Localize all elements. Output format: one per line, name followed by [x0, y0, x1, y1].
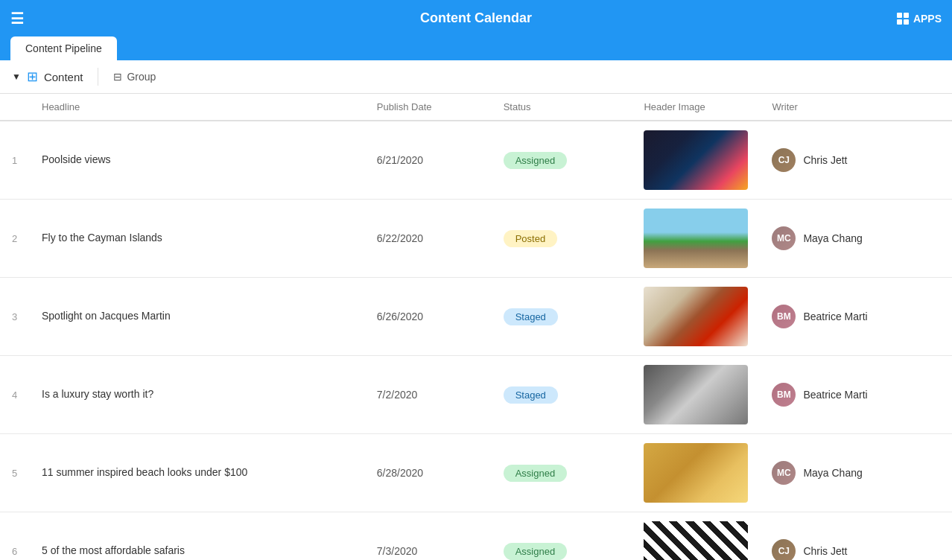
avatar: CJ [772, 539, 796, 560]
avatar: BM [772, 383, 796, 407]
status-badge: Assigned [504, 543, 567, 560]
toolbar: ▼ ⊞ Content ⊟ Group [0, 60, 952, 94]
content-toggle[interactable]: ▼ ⊞ Content [12, 69, 83, 85]
writer-name: Chris Jett [803, 154, 847, 166]
writer-name: Maya Chang [803, 232, 862, 244]
row-writer: CJ Chris Jett [760, 121, 952, 200]
col-status: Status [492, 94, 632, 121]
row-index: 6 [0, 512, 30, 561]
hamburger-menu-icon[interactable]: ☰ [10, 10, 24, 28]
col-index [0, 94, 30, 121]
row-publish-date: 7/3/2020 [365, 512, 492, 561]
toolbar-divider [98, 68, 98, 86]
row-status: Assigned [492, 434, 632, 512]
table-row[interactable]: 5 11 summer inspired beach looks under $… [0, 434, 952, 512]
writer-cell: BM Beatrice Marti [772, 305, 940, 328]
row-header-image [632, 356, 760, 434]
writer-name: Maya Chang [803, 467, 862, 479]
row-index: 4 [0, 356, 30, 434]
status-badge: Staged [504, 386, 558, 404]
content-label: Content [44, 71, 83, 83]
content-table: Headline Publish Date Status Header Imag… [0, 94, 952, 560]
writer-cell: MC Maya Chang [772, 461, 940, 485]
row-status: Assigned [492, 121, 632, 200]
chevron-down-icon: ▼ [12, 71, 21, 82]
group-label: Group [127, 71, 156, 83]
row-headline: Fly to the Cayman Islands [30, 200, 365, 278]
avatar: CJ [772, 148, 796, 172]
row-header-image [632, 278, 760, 356]
col-publish-date: Publish Date [365, 94, 492, 121]
row-header-image [632, 121, 760, 200]
table-header-row: Headline Publish Date Status Header Imag… [0, 94, 952, 121]
row-publish-date: 6/26/2020 [365, 278, 492, 356]
top-header: ☰ Content Calendar APPS [0, 0, 952, 36]
avatar: MC [772, 461, 796, 485]
writer-cell: CJ Chris Jett [772, 539, 940, 560]
row-publish-date: 7/2/2020 [365, 356, 492, 434]
writer-name: Chris Jett [803, 545, 847, 557]
row-writer: MC Maya Chang [760, 200, 952, 278]
row-publish-date: 6/21/2020 [365, 121, 492, 200]
row-index: 2 [0, 200, 30, 278]
header-image-thumbnail [644, 130, 748, 190]
row-headline: 5 of the most affordable safaris [30, 512, 365, 561]
row-index: 5 [0, 434, 30, 512]
table-row[interactable]: 6 5 of the most affordable safaris 7/3/2… [0, 512, 952, 561]
row-writer: CJ Chris Jett [760, 512, 952, 561]
row-writer: MC Maya Chang [760, 434, 952, 512]
header-image-thumbnail [644, 521, 748, 560]
col-header-image: Header Image [632, 94, 760, 121]
grid-view-icon: ⊞ [27, 69, 38, 85]
table-row[interactable]: 1 Poolside views 6/21/2020 Assigned CJ C… [0, 121, 952, 200]
table-row[interactable]: 4 Is a luxury stay worth it? 7/2/2020 St… [0, 356, 952, 434]
status-badge: Assigned [504, 465, 567, 482]
row-headline: Spotlight on Jacques Martin [30, 278, 365, 356]
writer-cell: CJ Chris Jett [772, 148, 940, 172]
header-image-thumbnail [644, 443, 748, 503]
apps-grid-icon [897, 13, 909, 25]
apps-button[interactable]: APPS [897, 13, 942, 25]
row-headline: Poolside views [30, 121, 365, 200]
group-button[interactable]: ⊟ Group [113, 71, 156, 83]
row-status: Staged [492, 356, 632, 434]
row-status: Posted [492, 200, 632, 278]
row-header-image [632, 512, 760, 561]
app-title: Content Calendar [420, 10, 532, 25]
row-headline: Is a luxury stay worth it? [30, 356, 365, 434]
writer-name: Beatrice Marti [803, 311, 867, 322]
group-icon: ⊟ [113, 71, 122, 83]
writer-cell: MC Maya Chang [772, 226, 940, 250]
col-writer: Writer [760, 94, 952, 121]
avatar: BM [772, 305, 796, 328]
status-badge: Assigned [504, 152, 567, 169]
table-row[interactable]: 2 Fly to the Cayman Islands 6/22/2020 Po… [0, 200, 952, 278]
tab-content-pipeline[interactable]: Content Pipeline [10, 36, 117, 60]
row-publish-date: 6/28/2020 [365, 434, 492, 512]
row-header-image [632, 200, 760, 278]
row-header-image [632, 434, 760, 512]
header-image-thumbnail [644, 209, 748, 268]
tab-bar: Content Pipeline [0, 36, 952, 60]
header-image-thumbnail [644, 365, 748, 424]
status-badge: Posted [504, 230, 557, 247]
row-status: Staged [492, 278, 632, 356]
col-headline: Headline [30, 94, 365, 121]
row-writer: BM Beatrice Marti [760, 356, 952, 434]
avatar: MC [772, 226, 796, 250]
row-headline: 11 summer inspired beach looks under $10… [30, 434, 365, 512]
row-publish-date: 6/22/2020 [365, 200, 492, 278]
table-row[interactable]: 3 Spotlight on Jacques Martin 6/26/2020 … [0, 278, 952, 356]
row-index: 1 [0, 121, 30, 200]
row-writer: BM Beatrice Marti [760, 278, 952, 356]
status-badge: Staged [504, 308, 558, 325]
row-status: Assigned [492, 512, 632, 561]
writer-name: Beatrice Marti [803, 389, 867, 401]
row-index: 3 [0, 278, 30, 356]
apps-label: APPS [913, 13, 942, 25]
writer-cell: BM Beatrice Marti [772, 383, 940, 407]
header-image-thumbnail [644, 287, 748, 346]
